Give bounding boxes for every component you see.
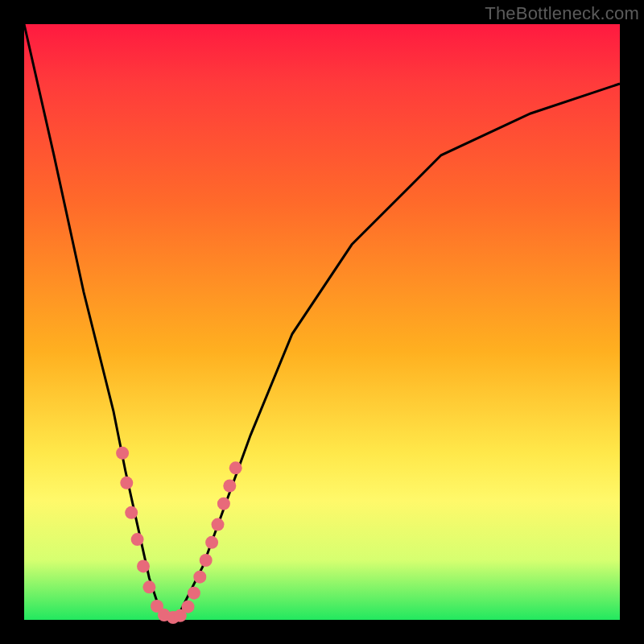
curve-marker (217, 497, 230, 510)
curve-marker (142, 580, 155, 593)
curve-markers (116, 447, 242, 624)
curve-marker (212, 518, 225, 531)
chart-svg (24, 24, 620, 620)
watermark-text: TheBottleneck.com (485, 3, 639, 24)
curve-marker (125, 506, 138, 519)
curve-marker (200, 554, 213, 567)
curve-marker (188, 587, 200, 600)
curve-marker (116, 447, 129, 460)
curve-marker (182, 601, 195, 613)
curve-path (24, 24, 620, 620)
plot-area (24, 24, 620, 620)
curve-marker (205, 536, 218, 549)
chart-frame: TheBottleneck.com (0, 0, 644, 644)
curve-marker (137, 559, 150, 572)
curve-marker (120, 477, 133, 489)
curve-marker (223, 480, 236, 493)
curve-marker (229, 461, 242, 474)
curve-marker (193, 571, 206, 584)
curve-marker (131, 533, 144, 546)
